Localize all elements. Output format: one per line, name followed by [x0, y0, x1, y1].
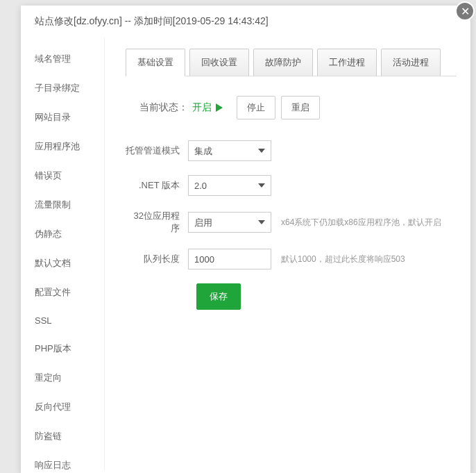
sidebar: 域名管理 子目录绑定 网站目录 应用程序池 错误页 流量限制 伪静态 默认文档 …: [21, 38, 104, 470]
save-row: 保存: [126, 283, 457, 310]
restart-button[interactable]: 重启: [281, 96, 320, 119]
tabs: 基础设置 回收设置 故障防护 工作进程 活动进程: [126, 49, 457, 76]
label-bit32: 32位应用程序: [126, 210, 188, 235]
site-edit-modal: ✕ 站点修改[dz.ofyy.cn] -- 添加时间[2019-05-29 14…: [21, 6, 470, 473]
sidebar-item-subdir[interactable]: 子目录绑定: [21, 74, 104, 103]
row-bit32: 32位应用程序 启用 x64系统下仍加载x86应用程序池，默认开启: [126, 210, 457, 235]
sidebar-item-sitedir[interactable]: 网站目录: [21, 103, 104, 132]
sidebar-item-config[interactable]: 配置文件: [21, 278, 104, 307]
row-pipeline: 托管管道模式 集成: [126, 140, 457, 161]
row-queue: 队列长度 默认1000，超过此长度将响应503: [126, 249, 457, 269]
sidebar-item-errorpage[interactable]: 错误页: [21, 161, 104, 190]
row-dotnet: .NET 版本 2.0: [126, 175, 457, 196]
sidebar-item-defaultdoc[interactable]: 默认文档: [21, 249, 104, 278]
tab-worker[interactable]: 工作进程: [317, 49, 377, 76]
modal-body: 域名管理 子目录绑定 网站目录 应用程序池 错误页 流量限制 伪静态 默认文档 …: [21, 38, 470, 470]
play-icon: [216, 103, 223, 112]
status-label: 当前状态：: [139, 101, 188, 114]
sidebar-item-rewrite[interactable]: 伪静态: [21, 219, 104, 249]
status-row: 当前状态： 开启 停止 重启: [126, 96, 457, 119]
close-button[interactable]: ✕: [455, 1, 475, 21]
select-dotnet[interactable]: 2.0: [188, 175, 271, 196]
sidebar-item-hotlink[interactable]: 防盗链: [21, 422, 104, 451]
save-button[interactable]: 保存: [196, 283, 241, 310]
close-icon: ✕: [461, 5, 470, 18]
sidebar-item-domain[interactable]: 域名管理: [21, 44, 104, 74]
content: 基础设置 回收设置 故障防护 工作进程 活动进程 当前状态： 开启 停止 重启 …: [104, 38, 470, 470]
input-queue[interactable]: [188, 249, 271, 269]
hint-queue: 默认1000，超过此长度将响应503: [281, 254, 405, 265]
select-pipeline[interactable]: 集成: [188, 140, 271, 161]
status-value: 开启: [192, 101, 212, 114]
sidebar-item-traffic[interactable]: 流量限制: [21, 190, 104, 219]
sidebar-item-ssl[interactable]: SSL: [21, 307, 104, 334]
select-bit32[interactable]: 启用: [188, 212, 271, 233]
sidebar-item-php[interactable]: PHP版本: [21, 334, 104, 363]
tab-recycle[interactable]: 回收设置: [189, 49, 249, 76]
sidebar-item-responselog[interactable]: 响应日志: [21, 451, 104, 473]
tab-failure[interactable]: 故障防护: [253, 49, 313, 76]
label-dotnet: .NET 版本: [126, 179, 188, 192]
sidebar-item-apppool[interactable]: 应用程序池: [21, 132, 104, 161]
modal-title: 站点修改[dz.ofyy.cn] -- 添加时间[2019-05-29 14:4…: [21, 6, 470, 38]
tab-active[interactable]: 活动进程: [381, 49, 441, 76]
label-queue: 队列长度: [126, 253, 188, 265]
sidebar-item-proxy[interactable]: 反向代理: [21, 392, 104, 422]
tab-basic[interactable]: 基础设置: [126, 49, 185, 76]
sidebar-item-redirect[interactable]: 重定向: [21, 363, 104, 392]
label-pipeline: 托管管道模式: [126, 144, 188, 157]
stop-button[interactable]: 停止: [237, 96, 275, 119]
hint-bit32: x64系统下仍加载x86应用程序池，默认开启: [281, 217, 441, 229]
